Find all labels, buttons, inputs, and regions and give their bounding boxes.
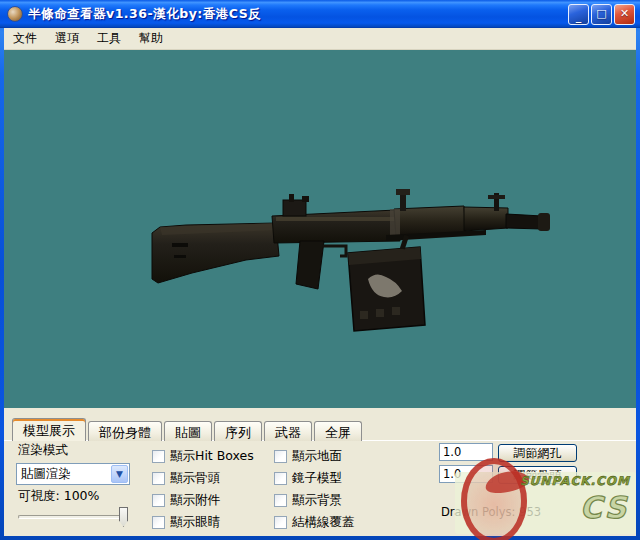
checkbox-eyes[interactable]: 顯示眼睛 (152, 515, 220, 530)
minimize-icon: _ (569, 8, 588, 26)
tab-fullscreen[interactable]: 全屏 (314, 421, 362, 441)
slider-track (18, 515, 128, 519)
render-mode-value: 貼圖渲染 (17, 466, 111, 483)
maximize-icon: □ (596, 7, 606, 20)
checkbox-mirror-model[interactable]: 鏡子模型 (274, 471, 342, 486)
close-button[interactable]: ✕ (614, 4, 635, 25)
checkbox-bones[interactable]: 顯示骨頭 (152, 471, 220, 486)
checkbox-hitboxes[interactable]: 顯示Hit Boxes (152, 449, 254, 464)
mesh-scale-input[interactable] (439, 443, 493, 461)
checkbox-attachments[interactable]: 顯示附件 (152, 493, 220, 508)
render-mode-label: 渲染模式 (18, 442, 68, 459)
slider-thumb[interactable] (119, 507, 128, 527)
tab-body-parts[interactable]: 部份身體 (88, 421, 162, 441)
render-mode-select[interactable]: 貼圖渲染 ▼ (16, 463, 130, 485)
opacity-label: 可視度: 100% (18, 488, 99, 505)
menu-options[interactable]: 選項 (46, 27, 88, 50)
titlebar[interactable]: 半條命查看器v1.36-漢化by:香港CS反 _ □ ✕ (0, 0, 640, 28)
checkbox-box[interactable] (274, 516, 287, 529)
checkbox-box[interactable] (152, 472, 165, 485)
minimize-button[interactable]: _ (568, 4, 589, 25)
checkbox-label: 鏡子模型 (292, 470, 342, 487)
maximize-button[interactable]: □ (591, 4, 612, 25)
chevron-down-icon[interactable]: ▼ (111, 465, 128, 483)
bone-scale-input[interactable] (439, 465, 493, 483)
checkbox-label: 顯示地面 (292, 448, 342, 465)
tab-sequences[interactable]: 序列 (214, 421, 262, 441)
menu-help[interactable]: 幫助 (130, 27, 172, 50)
checkbox-box[interactable] (274, 494, 287, 507)
close-icon: ✕ (620, 7, 629, 20)
checkbox-label: 結構線覆蓋 (292, 514, 355, 531)
menubar: 文件 選項 工具 幫助 (4, 28, 636, 50)
opacity-slider[interactable] (16, 506, 130, 528)
tab-weapons[interactable]: 武器 (264, 421, 312, 441)
checkbox-background[interactable]: 顯示背景 (274, 493, 342, 508)
checkbox-box[interactable] (152, 516, 165, 529)
checkbox-box[interactable] (274, 450, 287, 463)
menu-file[interactable]: 文件 (4, 27, 46, 50)
menu-tools[interactable]: 工具 (88, 27, 130, 50)
tab-textures[interactable]: 貼圖 (164, 421, 212, 441)
checkbox-label: 顯示骨頭 (170, 470, 220, 487)
checkbox-box[interactable] (274, 472, 287, 485)
weapon-model (150, 183, 552, 353)
checkbox-ground[interactable]: 顯示地面 (274, 449, 342, 464)
checkbox-box[interactable] (152, 494, 165, 507)
adjust-bone-button[interactable]: 調節骨頭 (498, 466, 577, 484)
app-window: 半條命查看器v1.36-漢化by:香港CS反 _ □ ✕ 文件 選項 工具 幫助 (0, 0, 640, 540)
tab-strip: 模型展示 部份身體 貼圖 序列 武器 全屏 (12, 418, 364, 441)
checkbox-label: 顯示眼睛 (170, 514, 220, 531)
model-viewport[interactable] (4, 50, 636, 408)
app-icon (7, 6, 23, 22)
watermark-logo-text: CS (580, 490, 628, 526)
adjust-mesh-button[interactable]: 調節網孔 (498, 444, 577, 462)
control-panel: 模型展示 部份身體 貼圖 序列 武器 全屏 渲染模式 貼圖渲染 ▼ 可視度: 1… (4, 408, 636, 536)
checkbox-label: 顯示Hit Boxes (170, 448, 254, 465)
checkbox-label: 顯示附件 (170, 492, 220, 509)
checkbox-wireframe-overlay[interactable]: 結構線覆蓋 (274, 515, 355, 530)
checkbox-box[interactable] (152, 450, 165, 463)
drawn-polys-status: Drawn Polys: 953 (441, 505, 541, 519)
checkbox-label: 顯示背景 (292, 492, 342, 509)
tab-model-display[interactable]: 模型展示 (12, 418, 86, 441)
window-title: 半條命查看器v1.36-漢化by:香港CS反 (28, 6, 261, 23)
